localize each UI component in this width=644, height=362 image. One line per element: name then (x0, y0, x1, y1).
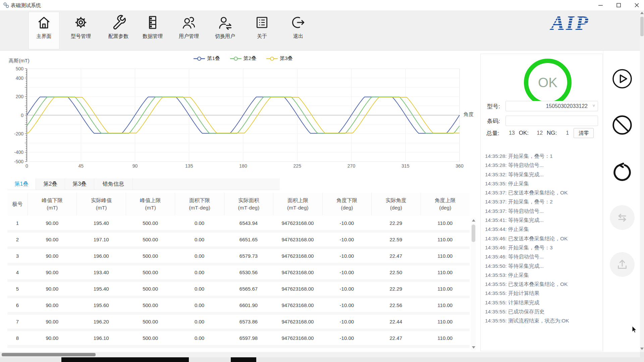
toolbar-item-data-mgmt[interactable]: 数据管理 (138, 12, 168, 49)
cell: 947623168.00 (273, 302, 322, 308)
column-unit: (deg) (439, 204, 451, 212)
cell: -10.00 (322, 286, 371, 292)
cell: 22.47 (371, 253, 420, 259)
log-line-18: 14:35:55: 已成功保存历史 (485, 307, 597, 316)
transfer-button[interactable] (610, 205, 635, 230)
scrollbar-corner (640, 352, 644, 357)
table-row-1[interactable]: 190.00195.40500.000.006543.94947623168.0… (7, 216, 470, 230)
clear-button[interactable]: 清零 (574, 128, 594, 138)
cell: 500.00 (126, 335, 175, 341)
toolbar-item-about[interactable]: 关于 (247, 12, 277, 49)
toolbar-item-model-mgmt[interactable]: 型号管理 (66, 12, 96, 49)
cell: 0.00 (175, 302, 224, 308)
table-row-6[interactable]: 690.00195.60500.000.006601.90947623168.0… (7, 298, 470, 312)
toolbar-item-exit[interactable]: 退出 (283, 12, 313, 49)
cell: -10.00 (322, 319, 371, 324)
window-vertical-scrollbar[interactable] (640, 10, 644, 352)
upload-button[interactable] (610, 252, 635, 277)
minimize-button[interactable] (593, 0, 608, 10)
close-button[interactable] (629, 0, 644, 10)
tab-angle-error[interactable]: 错角信息 (94, 178, 133, 190)
column-header-7: 面积上限(mT·deg) (273, 193, 322, 216)
model-label: 型号: (487, 103, 500, 110)
reset-button[interactable] (610, 160, 635, 184)
column-unit: (mT) (47, 204, 58, 212)
toolbar-item-label: 用户管理 (179, 33, 199, 40)
vscroll-down-icon[interactable] (640, 348, 644, 350)
column-unit: (mT) (96, 204, 107, 212)
window-vscrollbar-thumb[interactable] (640, 17, 644, 36)
barcode-input[interactable] (505, 116, 598, 126)
cell: 500.00 (126, 220, 175, 226)
toolbar-item-switch-user[interactable]: 切换用户 (210, 12, 240, 49)
column-title: 角度上限 (435, 197, 455, 204)
rotate-icon (611, 161, 633, 183)
table-row-8[interactable]: 890.00196.10500.000.006597.98947623168.0… (7, 331, 470, 345)
log-line-15: 14:35:55: 已发送本叠采集结论，OK (485, 280, 597, 289)
cell: 196.20 (76, 319, 125, 324)
cell: -10.00 (322, 302, 371, 308)
table-row-4[interactable]: 490.00193.40500.000.006530.56947623168.0… (7, 265, 470, 279)
scroll-down-arrow-icon[interactable] (472, 346, 475, 349)
table-row-7[interactable]: 790.00196.20500.000.006573.86947623168.0… (7, 315, 470, 328)
column-unit: (deg) (341, 204, 353, 212)
maximize-icon (616, 3, 621, 7)
upload-icon (614, 257, 630, 272)
toolbar-item-home[interactable]: 主界面 (29, 12, 59, 49)
maximize-button[interactable] (611, 0, 626, 10)
log-line-17: 14:35:55: 计算结果完成 (485, 298, 597, 307)
log-line-19: 14:35:55: 测试流程结束，状态为:OK (485, 316, 597, 325)
cell: 90.00 (28, 269, 76, 275)
cell: 22.44 (371, 319, 420, 324)
log-line-3: 14:35:32: 等待采集完成... (485, 170, 597, 179)
total-label: 总量: (486, 129, 499, 137)
toolbar-item-user-mgmt[interactable]: 用户管理 (174, 12, 204, 49)
exit-icon (290, 15, 306, 30)
toolbar-item-config[interactable]: 配置参数 (103, 12, 133, 49)
table-scrollbar-thumb[interactable] (472, 225, 475, 242)
cell: 6530.56 (224, 269, 273, 275)
cell: 196.00 (76, 253, 125, 259)
column-header-6: 实际面积(mT·deg) (224, 193, 273, 216)
desktop-fragment (61, 357, 189, 362)
model-select[interactable]: 15050302033122 ˅ (505, 101, 598, 111)
app-window: 表磁测试系统 主界面型号管理配置参数数据管理用户管理切换用户关于退出 AIP 高… (0, 0, 644, 362)
log-line-2: 14:35:28: 等待启动信号... (485, 161, 597, 170)
log-line-14: 14:35:53: 停止采集 (485, 270, 597, 280)
column-unit: (mT·deg) (189, 204, 210, 212)
table-row-3[interactable]: 390.00196.00500.000.006579.73947623168.0… (7, 249, 470, 263)
tab-stack2[interactable]: 第2叠 (36, 178, 65, 190)
stop-button[interactable] (610, 113, 635, 137)
scroll-up-arrow-icon[interactable] (472, 219, 475, 222)
cell: 947623168.00 (273, 253, 322, 259)
tab-stack3[interactable]: 第3叠 (65, 178, 94, 190)
toolbar-item-label: 主界面 (37, 33, 52, 40)
tab-stack1[interactable]: 第1叠 (7, 178, 36, 190)
table-row-2[interactable]: 290.00197.10500.000.006651.65947623168.0… (7, 233, 470, 246)
play-icon (611, 68, 633, 89)
svg-text:-200: -200 (14, 131, 23, 136)
window-horizontal-scrollbar[interactable] (0, 352, 640, 357)
window-hscrollbar-thumb[interactable] (2, 353, 96, 356)
column-title: 面积上限 (287, 197, 308, 204)
svg-text:360: 360 (455, 163, 464, 169)
cell: -10.00 (322, 237, 371, 242)
svg-text:180: 180 (239, 163, 247, 169)
column-header-9: 实际角度(deg) (371, 193, 420, 216)
svg-text:500: 500 (16, 66, 24, 71)
action-button-column (603, 51, 640, 352)
cell: 500.00 (126, 302, 175, 308)
title-bar[interactable]: 表磁测试系统 (0, 0, 644, 10)
main-toolbar: 主界面型号管理配置参数数据管理用户管理切换用户关于退出 AIP (0, 10, 644, 51)
toolbar-item-label: 关于 (257, 33, 267, 40)
svg-text:45: 45 (78, 163, 84, 169)
cell: 6565.67 (224, 286, 273, 292)
cell: 0.00 (175, 335, 224, 341)
log-line-9: 14:35:44: 停止采集 (485, 225, 597, 234)
vscroll-up-icon[interactable] (640, 12, 644, 14)
table-row-5[interactable]: 590.00195.40500.000.006565.67947623168.0… (7, 282, 470, 296)
cell: 22.29 (371, 220, 420, 226)
start-button[interactable] (610, 66, 635, 91)
barcode-label: 条码: (487, 117, 500, 125)
cell: 110.00 (421, 237, 470, 242)
